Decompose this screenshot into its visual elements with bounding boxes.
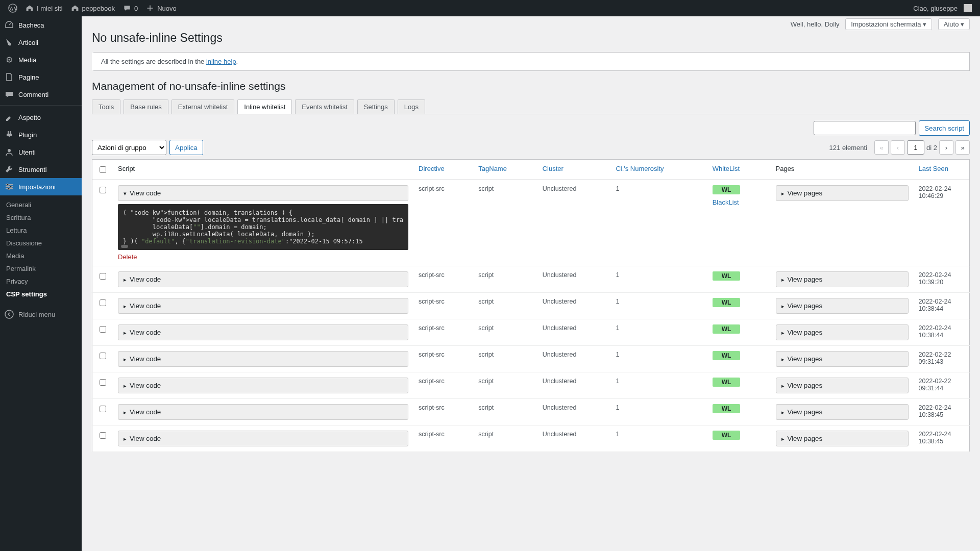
select-all-checkbox[interactable]: [100, 166, 106, 173]
cell-numerosity: 1: [610, 266, 707, 293]
sidebar-item-page[interactable]: Pagine: [0, 68, 82, 86]
submenu-item[interactable]: Discussione: [0, 237, 82, 249]
view-pages-button[interactable]: ▸View pages: [776, 404, 909, 420]
submenu-item[interactable]: Media: [0, 249, 82, 262]
pager-next[interactable]: ›: [939, 140, 953, 155]
view-code-button[interactable]: ▸View code: [118, 298, 408, 314]
tab-events-whitelist[interactable]: Events whitelist: [295, 99, 354, 114]
col-cluster[interactable]: Cluster: [537, 160, 611, 180]
submenu-item[interactable]: Generali: [0, 198, 82, 211]
view-pages-button[interactable]: ▸View pages: [776, 271, 909, 287]
tab-inline-whitelist[interactable]: Inline whitelist: [237, 99, 292, 114]
view-code-button[interactable]: ▸View code: [118, 404, 408, 420]
settings-icon: [4, 182, 14, 192]
howdy[interactable]: Ciao, giuseppe: [909, 0, 976, 16]
col-directive[interactable]: Directive: [413, 160, 473, 180]
submenu-item[interactable]: Scrittura: [0, 211, 82, 224]
row-checkbox[interactable]: [100, 379, 106, 386]
col-lastseen[interactable]: Last Seen: [914, 160, 970, 180]
row-checkbox[interactable]: [100, 273, 106, 280]
cell-tagname: script: [473, 346, 537, 372]
wl-badge: WL: [713, 351, 741, 360]
pager-first[interactable]: «: [874, 140, 889, 155]
row-checkbox[interactable]: [100, 299, 106, 306]
sidebar-item-plugin[interactable]: Plugin: [0, 126, 82, 143]
submenu-item[interactable]: Lettura: [0, 224, 82, 237]
tab-external-whitelist[interactable]: External whitelist: [172, 99, 235, 114]
view-code-button[interactable]: ▸View code: [118, 378, 408, 393]
collapse-menu[interactable]: Riduci menu: [0, 306, 82, 323]
sidebar-item-users[interactable]: Utenti: [0, 143, 82, 161]
bulk-apply-button[interactable]: Applica: [169, 140, 203, 155]
wp-logo[interactable]: [4, 0, 21, 16]
search-button[interactable]: Search script: [919, 120, 970, 136]
blacklist-link[interactable]: BlackList: [713, 198, 739, 206]
row-checkbox[interactable]: [100, 187, 106, 193]
help-button[interactable]: Aiuto ▾: [938, 18, 970, 30]
sidebar-item-appearance[interactable]: Aspetto: [0, 109, 82, 126]
new-link[interactable]: Nuovo: [142, 0, 181, 16]
cell-tagname: script: [473, 180, 537, 266]
view-pages-button[interactable]: ▸View pages: [776, 298, 909, 314]
row-checkbox[interactable]: [100, 353, 106, 359]
sidebar-item-post[interactable]: Articoli: [0, 34, 82, 51]
col-numerosity[interactable]: Cl.'s Numerosity: [610, 160, 707, 180]
col-tagname[interactable]: TagName: [473, 160, 537, 180]
new-label: Nuovo: [157, 5, 177, 12]
submenu-item[interactable]: Permalink: [0, 262, 82, 275]
tab-logs[interactable]: Logs: [398, 99, 425, 114]
sidebar-item-media[interactable]: Media: [0, 51, 82, 68]
view-code-button[interactable]: ▾View code: [118, 185, 408, 201]
tab-base-rules[interactable]: Base rules: [124, 99, 168, 114]
code-scrollbar[interactable]: [121, 245, 128, 248]
cell-numerosity: 1: [610, 425, 707, 452]
appearance-icon: [4, 112, 14, 122]
tab-tools[interactable]: Tools: [92, 99, 120, 114]
view-code-button[interactable]: ▸View code: [118, 431, 408, 446]
cell-cluster: Unclustered: [537, 180, 611, 266]
screen-options-button[interactable]: Impostazioni schermata ▾: [845, 18, 932, 30]
pager-page-input[interactable]: [907, 140, 924, 155]
comments-link[interactable]: 0: [119, 0, 142, 16]
row-checkbox[interactable]: [100, 326, 106, 333]
page-title: No unsafe-inline Settings: [92, 31, 970, 45]
col-whitelist[interactable]: WhiteList: [707, 160, 771, 180]
cell-directive: script-src: [413, 180, 473, 266]
site-link[interactable]: peppebook: [67, 0, 119, 16]
sidebar-item-comments[interactable]: Commenti: [0, 86, 82, 103]
view-code-button[interactable]: ▸View code: [118, 324, 408, 340]
sidebar-item-tools[interactable]: Strumenti: [0, 161, 82, 178]
cell-lastseen: 2022-02-2410:38:44: [914, 319, 970, 346]
submenu-item[interactable]: CSP settings: [0, 288, 82, 300]
table-row: ▸View code script-src script Unclustered…: [92, 425, 970, 452]
comments-icon: [4, 89, 14, 99]
sidebar-item-settings[interactable]: Impostazioni: [0, 178, 82, 195]
tabs: ToolsBase rulesExternal whitelistInline …: [92, 99, 970, 114]
view-pages-button[interactable]: ▸View pages: [776, 351, 909, 367]
view-pages-button[interactable]: ▸View pages: [776, 185, 909, 201]
view-pages-button[interactable]: ▸View pages: [776, 378, 909, 393]
row-checkbox[interactable]: [100, 406, 106, 412]
cell-directive: script-src: [413, 293, 473, 319]
sidebar-item-dashboard[interactable]: Bacheca: [0, 16, 82, 34]
view-pages-button[interactable]: ▸View pages: [776, 324, 909, 340]
cell-cluster: Unclustered: [537, 319, 611, 346]
pager-last[interactable]: »: [955, 140, 970, 155]
home-icon: [26, 4, 34, 12]
delete-link[interactable]: Delete: [118, 253, 137, 261]
sidebar-item-label: Media: [18, 56, 36, 64]
page-icon: [4, 72, 14, 82]
search-input[interactable]: [814, 121, 916, 135]
row-checkbox[interactable]: [100, 432, 106, 439]
bulk-action-select[interactable]: Azioni di gruppo: [92, 140, 166, 155]
view-code-button[interactable]: ▸View code: [118, 271, 408, 287]
view-code-button[interactable]: ▸View code: [118, 351, 408, 367]
top-right: Well, hello, Dolly Impostazioni schermat…: [92, 18, 970, 30]
post-icon: [4, 37, 14, 47]
pager-prev[interactable]: ‹: [891, 140, 905, 155]
view-pages-button[interactable]: ▸View pages: [776, 431, 909, 446]
tab-settings[interactable]: Settings: [357, 99, 395, 114]
inline-help-link[interactable]: inline help: [206, 58, 236, 65]
my-sites[interactable]: I miei siti: [21, 0, 67, 16]
submenu-item[interactable]: Privacy: [0, 275, 82, 288]
